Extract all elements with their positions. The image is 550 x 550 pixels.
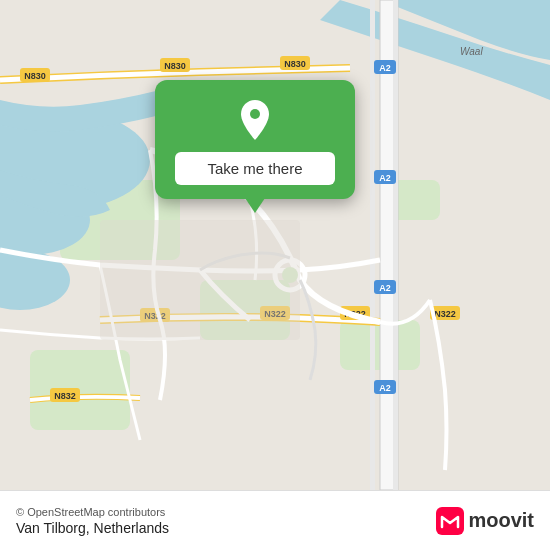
svg-text:N322: N322: [434, 309, 456, 319]
svg-rect-5: [30, 350, 130, 430]
svg-text:Waal: Waal: [460, 46, 483, 57]
attribution-text: © OpenStreetMap contributors: [16, 506, 169, 518]
moovit-text: moovit: [468, 509, 534, 532]
location-name: Van Tilborg, Netherlands: [16, 520, 169, 536]
svg-rect-12: [370, 0, 375, 490]
svg-text:N830: N830: [24, 71, 46, 81]
svg-text:N830: N830: [284, 59, 306, 69]
moovit-logo: moovit: [436, 507, 534, 535]
svg-text:N830: N830: [164, 61, 186, 71]
svg-point-41: [250, 109, 260, 119]
map-container: Waal A2 A2 A2 A2 N830 N830 N830 N322 N3: [0, 0, 550, 490]
svg-rect-40: [100, 220, 300, 340]
svg-rect-42: [436, 507, 464, 535]
map-pin-icon: [233, 98, 277, 142]
svg-text:A2: A2: [379, 283, 391, 293]
take-me-there-button[interactable]: Take me there: [175, 152, 335, 185]
svg-text:A2: A2: [379, 173, 391, 183]
bottom-bar: © OpenStreetMap contributors Van Tilborg…: [0, 490, 550, 550]
svg-text:N832: N832: [54, 391, 76, 401]
moovit-m-icon: [436, 507, 464, 535]
popup-card[interactable]: Take me there: [155, 80, 355, 199]
svg-text:A2: A2: [379, 63, 391, 73]
bottom-left: © OpenStreetMap contributors Van Tilborg…: [16, 506, 169, 536]
svg-text:A2: A2: [379, 383, 391, 393]
